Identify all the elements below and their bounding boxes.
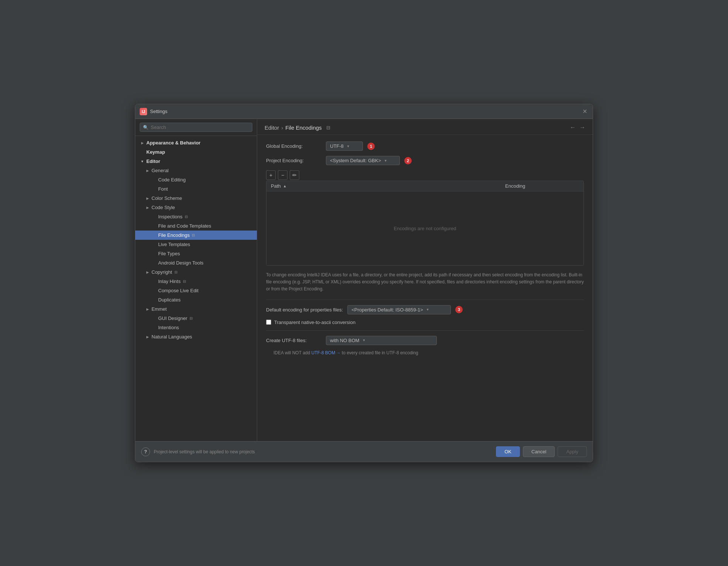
sidebar-item-emmet[interactable]: ▶ Emmet	[135, 304, 257, 314]
sidebar-item-file-types[interactable]: ▶ File Types	[135, 249, 257, 258]
project-encoding-caret: ▼	[384, 159, 387, 163]
remove-button[interactable]: −	[278, 170, 288, 180]
dialog-title: Settings	[150, 109, 167, 114]
default-encoding-label: Default encoding for properties files:	[266, 307, 343, 313]
copyright-arrow: ▶	[145, 270, 150, 275]
help-button[interactable]: ?	[141, 447, 150, 456]
editor-arrow-icon: ▼	[140, 159, 145, 164]
default-encoding-value: <Properties Default: ISO-8859-1>	[351, 307, 423, 313]
sidebar-item-keymap[interactable]: ▶ Keymap	[135, 147, 257, 157]
nav-back-button[interactable]: ←	[570, 124, 576, 131]
sidebar-item-android-design-tools[interactable]: ▶ Android Design Tools	[135, 258, 257, 267]
footer-status: Project-level settings will be applied t…	[154, 449, 255, 454]
edit-button[interactable]: ✏	[290, 170, 299, 180]
sidebar-label-android-design-tools: Android Design Tools	[158, 260, 204, 266]
search-icon: 🔍	[143, 125, 149, 130]
add-button[interactable]: +	[266, 170, 276, 180]
sidebar-item-code-style[interactable]: ▶ Code Style	[135, 203, 257, 212]
project-encoding-value: <System Default: GBK>	[330, 158, 381, 163]
sidebar-item-natural-languages[interactable]: ▶ Natural Languages	[135, 332, 257, 341]
sidebar-label-general: General	[152, 168, 169, 173]
sidebar-item-editor[interactable]: ▼ Editor	[135, 157, 257, 166]
utf8-info-suffix: to every created file in UTF-8 encoding	[342, 350, 418, 355]
sidebar-label-live-templates: Live Templates	[158, 242, 190, 247]
title-bar: IJ Settings ✕	[135, 104, 593, 119]
content-body: Global Encoding: UTF-8 ▼ 1 Project Encod…	[257, 135, 593, 441]
sidebar-label-duplicates: Duplicates	[158, 297, 181, 303]
sidebar-item-general[interactable]: ▶ General	[135, 166, 257, 175]
project-encoding-label: Project Encoding:	[266, 158, 322, 163]
sidebar-label-file-types: File Types	[158, 251, 180, 256]
cancel-button[interactable]: Cancel	[523, 446, 555, 457]
sidebar-label-compose-live-edit: Compose Live Edit	[158, 288, 198, 293]
ok-button[interactable]: OK	[496, 446, 520, 457]
close-button[interactable]: ✕	[581, 108, 588, 115]
title-bar-left: IJ Settings	[140, 108, 167, 115]
create-utf8-dropdown[interactable]: with NO BOM ▼	[326, 336, 437, 345]
project-encoding-dropdown[interactable]: <System Default: GBK> ▼	[326, 156, 400, 165]
content-header: Editor › File Encodings ⊟ ← →	[257, 119, 593, 135]
header-nav: ← →	[570, 124, 585, 131]
create-utf8-caret: ▼	[362, 338, 365, 342]
sidebar-label-file-encodings: File Encodings	[158, 232, 190, 238]
default-encoding-badge: 3	[455, 306, 463, 313]
sidebar-label-gui-designer: GUI Designer	[158, 316, 187, 321]
info-text: To change encoding IntelliJ IDEA uses fo…	[266, 272, 584, 293]
utf8-bom-link[interactable]: UTF-8 BOM	[311, 350, 335, 355]
sidebar-item-appearance[interactable]: ▶ Appearance & Behavior	[135, 138, 257, 147]
table-header: Path ▲ Encoding	[266, 181, 584, 191]
footer-left: ? Project-level settings will be applied…	[141, 447, 255, 456]
sidebar-item-file-encodings[interactable]: ▶ File Encodings ⊟	[135, 231, 257, 240]
sidebar-item-live-templates[interactable]: ▶ Live Templates	[135, 240, 257, 249]
search-input-wrap[interactable]: 🔍	[140, 123, 252, 132]
sidebar-item-file-code-templates[interactable]: ▶ File and Code Templates	[135, 221, 257, 231]
main-content: Editor › File Encodings ⊟ ← → Global Enc…	[257, 119, 593, 441]
search-input[interactable]	[151, 125, 249, 130]
transparent-label: Transparent native-to-ascii conversion	[274, 320, 356, 325]
gui-badge: ⊟	[190, 316, 193, 320]
sidebar-item-code-editing[interactable]: ▶ Code Editing	[135, 175, 257, 184]
sidebar-item-inspections[interactable]: ▶ Inspections ⊟	[135, 212, 257, 221]
default-encoding-row: Default encoding for properties files: <…	[266, 305, 584, 314]
table-header-path: Path ▲	[271, 183, 505, 189]
sidebar-item-gui-designer[interactable]: ▶ GUI Designer ⊟	[135, 314, 257, 323]
project-encoding-badge: 2	[404, 157, 412, 164]
sidebar-label-code-editing: Code Editing	[158, 177, 186, 183]
sidebar-item-copyright[interactable]: ▶ Copyright ⊟	[135, 267, 257, 277]
default-encoding-caret: ▼	[426, 308, 429, 311]
sidebar-label-code-style: Code Style	[152, 205, 175, 210]
color-scheme-arrow: ▶	[145, 196, 150, 201]
encoding-table: Path ▲ Encoding Encodings are not config…	[266, 181, 584, 266]
sidebar-item-compose-live-edit[interactable]: ▶ Compose Live Edit	[135, 286, 257, 295]
nl-arrow: ▶	[145, 334, 150, 340]
sidebar-item-duplicates[interactable]: ▶ Duplicates	[135, 295, 257, 304]
sidebar-label-appearance: Appearance & Behavior	[146, 140, 201, 146]
sidebar-label-editor: Editor	[146, 158, 160, 164]
breadcrumb-icon: ⊟	[326, 125, 330, 130]
global-encoding-dropdown[interactable]: UTF-8 ▼	[326, 142, 363, 151]
create-utf8-row: Create UTF-8 files: with NO BOM ▼	[266, 336, 584, 345]
table-toolbar: + − ✏	[266, 170, 584, 180]
separator	[266, 300, 584, 300]
global-encoding-badge: 1	[367, 143, 375, 150]
sidebar-item-inlay-hints[interactable]: ▶ Inlay Hints ⊟	[135, 277, 257, 286]
transparent-checkbox[interactable]	[266, 320, 271, 325]
default-encoding-dropdown[interactable]: <Properties Default: ISO-8859-1> ▼	[347, 305, 451, 314]
breadcrumb-current: File Encodings	[285, 125, 322, 131]
nav-forward-button[interactable]: →	[579, 124, 585, 131]
breadcrumb-separator: ›	[281, 125, 283, 131]
emmet-arrow: ▶	[145, 307, 150, 312]
sidebar-label-file-code-templates: File and Code Templates	[158, 223, 211, 229]
copyright-badge: ⊟	[174, 270, 177, 274]
table-body: Encodings are not configured	[266, 191, 584, 265]
sidebar-item-intentions[interactable]: ▶ Intentions	[135, 323, 257, 332]
apply-button[interactable]: Apply	[558, 446, 587, 457]
sidebar-item-color-scheme[interactable]: ▶ Color Scheme	[135, 194, 257, 203]
create-utf8-value: with NO BOM	[330, 338, 359, 343]
global-encoding-label: Global Encoding:	[266, 143, 322, 149]
empty-message: Encodings are not configured	[394, 226, 456, 231]
ih-badge: ⊟	[183, 279, 186, 283]
search-box: 🔍	[135, 119, 257, 136]
sidebar-label-natural-languages: Natural Languages	[152, 334, 192, 340]
sidebar-item-font[interactable]: ▶ Font	[135, 184, 257, 194]
